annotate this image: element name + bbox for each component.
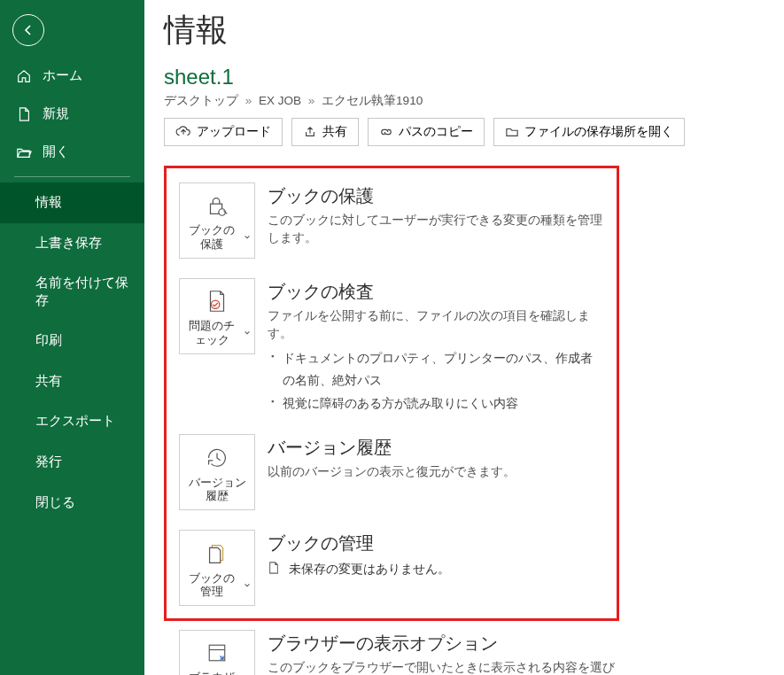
nav-label: 開く — [43, 144, 69, 160]
sub-share[interactable]: 共有 — [0, 361, 144, 402]
share-icon — [303, 126, 317, 138]
history-icon — [204, 445, 230, 471]
browser-icon — [205, 640, 229, 665]
link-icon — [379, 126, 393, 138]
open-location-button[interactable]: ファイルの保存場所を開く — [493, 118, 685, 146]
sidebar: ホーム 新規 開く 情報 上書き保存 名前を付けて保存 印刷 共有 エクスポート… — [0, 0, 144, 675]
sub-print[interactable]: 印刷 — [0, 321, 144, 361]
svg-point-1 — [219, 209, 226, 216]
share-button[interactable]: 共有 — [291, 118, 359, 146]
info-manage: ブックの管理 ブックの管理 未保存の変更はありません。 — [179, 530, 604, 606]
manage-note: 未保存の変更はありません。 — [289, 562, 450, 578]
sub-publish[interactable]: 発行 — [0, 442, 144, 483]
page-title: 情報 — [164, 9, 784, 52]
info-protect: ブックの保護 ブックの保護 このブックに対してユーザーが実行できる変更の種類を管… — [179, 182, 604, 259]
sub-close[interactable]: 閉じる — [0, 483, 144, 524]
file-small-icon — [268, 561, 280, 578]
sub-save[interactable]: 上書き保存 — [0, 223, 144, 264]
tile-label: 問題のチェック — [183, 320, 240, 347]
cloud-upload-icon — [175, 126, 191, 138]
check-issues-tile[interactable]: 問題のチェック — [179, 278, 255, 354]
info-title: ブラウザーの表示オプション — [268, 632, 619, 656]
files-icon — [204, 540, 230, 567]
nav-new[interactable]: 新規 — [0, 95, 144, 133]
breadcrumb-part[interactable]: エクセル執筆1910 — [322, 94, 423, 107]
breadcrumb-part[interactable]: デスクトップ — [164, 94, 238, 107]
tile-label: ブックの管理 — [183, 572, 240, 600]
info-title: ブックの管理 — [268, 531, 604, 555]
main-content: 情報 sheet.1 デスクトップ » EX JOB » エクセル執筆1910 … — [144, 0, 784, 675]
sub-save-as[interactable]: 名前を付けて保存 — [0, 263, 144, 321]
sub-export[interactable]: エクスポート — [0, 401, 144, 442]
breadcrumb-sep: » — [308, 94, 315, 107]
file-icon — [16, 106, 32, 122]
nav-home[interactable]: ホーム — [0, 57, 144, 95]
file-name: sheet.1 — [164, 65, 784, 89]
info-inspect: 問題のチェック ブックの検査 ファイルを公開する前に、ファイルの次の項目を確認し… — [179, 278, 604, 415]
file-check-icon — [204, 288, 230, 314]
inspect-list: ドキュメントのプロパティ、プリンターのパス、作成者の名前、絶対パス 視覚に障碍の… — [268, 347, 604, 415]
back-button[interactable] — [12, 14, 44, 46]
breadcrumb-sep: » — [245, 94, 252, 107]
copy-path-button[interactable]: パスのコピー — [368, 118, 485, 146]
back-arrow-icon — [21, 23, 35, 37]
sub-info[interactable]: 情報 — [0, 182, 144, 223]
chevron-down-icon — [244, 579, 251, 594]
lock-icon — [204, 192, 230, 219]
folder-open-icon — [16, 144, 32, 160]
inspect-list-item: 視覚に障碍のある方が読み取りにくい内容 — [271, 392, 604, 415]
info-title: バージョン履歴 — [268, 436, 604, 460]
tile-label: ブックの保護 — [183, 224, 240, 252]
upload-button[interactable]: アップロード — [164, 118, 283, 146]
sidebar-divider — [14, 176, 130, 177]
browser-view-tile[interactable]: ブラウザーの — [179, 630, 255, 675]
chevron-down-icon — [244, 327, 251, 341]
nav-label: 新規 — [43, 105, 69, 122]
manage-workbook-tile[interactable]: ブックの管理 — [179, 530, 255, 606]
nav-open[interactable]: 開く — [0, 133, 144, 171]
info-browser: ブラウザーの ブラウザーの表示オプション このブックをブラウザーで開いたときに表… — [164, 630, 619, 675]
button-label: ファイルの保存場所を開く — [524, 124, 673, 140]
info-desc: このブックに対してユーザーが実行できる変更の種類を管理します。 — [268, 212, 604, 248]
info-title: ブックの検査 — [268, 280, 604, 304]
button-label: 共有 — [322, 124, 347, 140]
info-versions: バージョン履歴 バージョン履歴 以前のバージョンの表示と復元ができます。 — [179, 434, 604, 510]
protect-workbook-tile[interactable]: ブックの保護 — [179, 182, 255, 259]
folder-icon — [505, 126, 519, 138]
home-icon — [16, 68, 32, 84]
info-title: ブックの保護 — [268, 184, 604, 208]
info-desc: ファイルを公開する前に、ファイルの次の項目を確認します。 — [268, 307, 604, 344]
chevron-down-icon — [244, 231, 251, 245]
version-history-tile[interactable]: バージョン履歴 — [179, 434, 255, 510]
info-highlight-box: ブックの保護 ブックの保護 このブックに対してユーザーが実行できる変更の種類を管… — [164, 166, 619, 621]
inspect-list-item: ドキュメントのプロパティ、プリンターのパス、作成者の名前、絶対パス — [271, 347, 604, 392]
button-label: パスのコピー — [399, 124, 473, 140]
breadcrumb-part[interactable]: EX JOB — [259, 94, 301, 107]
info-desc: 以前のバージョンの表示と復元ができます。 — [268, 463, 604, 481]
breadcrumb: デスクトップ » EX JOB » エクセル執筆1910 — [164, 93, 784, 109]
tile-label: ブラウザーの — [183, 671, 251, 675]
tile-label: バージョン履歴 — [183, 477, 251, 504]
button-label: アップロード — [197, 124, 271, 140]
info-desc: このブックをブラウザーで開いたときに表示される内容を選びます。 — [268, 659, 619, 675]
action-row: アップロード 共有 パスのコピー ファイルの保存場所を開く — [164, 118, 784, 146]
nav-label: ホーム — [43, 67, 82, 84]
